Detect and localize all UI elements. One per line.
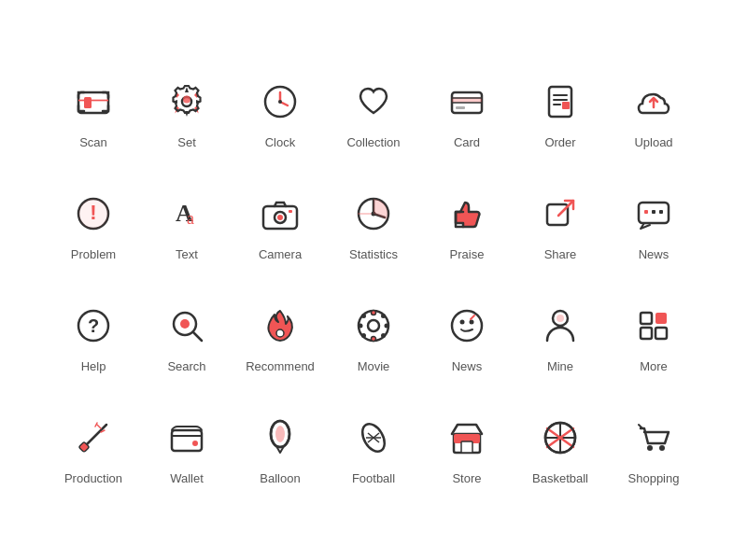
scan-label: Scan	[79, 135, 107, 149]
svg-point-54	[557, 315, 564, 322]
problem-label: Problem	[71, 247, 116, 261]
svg-rect-29	[547, 204, 568, 225]
set-label: Set	[177, 135, 196, 149]
svg-rect-57	[641, 328, 652, 339]
icon-share[interactable]: Share	[514, 168, 607, 280]
svg-point-41	[368, 320, 379, 331]
store-icon	[441, 412, 493, 464]
icon-store[interactable]: Store	[420, 392, 514, 504]
mine-label: Mine	[547, 359, 573, 373]
icon-news1[interactable]: News	[607, 168, 700, 280]
svg-point-82	[647, 445, 653, 451]
svg-point-51	[460, 319, 465, 324]
icon-set[interactable]: Set	[140, 56, 233, 168]
icon-problem[interactable]: ! Problem	[47, 168, 140, 280]
more-icon	[627, 300, 680, 352]
svg-point-65	[192, 441, 198, 446]
icon-clock[interactable]: Clock	[233, 56, 327, 168]
clock-icon	[254, 76, 306, 128]
help-icon: ?	[67, 300, 120, 352]
icon-order[interactable]: Order	[514, 56, 607, 168]
collection-icon	[347, 76, 400, 128]
icon-shopping[interactable]: Shopping	[607, 392, 700, 504]
camera-label: Camera	[259, 247, 302, 261]
svg-point-83	[659, 445, 665, 451]
icon-scan[interactable]: Scan	[47, 56, 140, 168]
icon-news2[interactable]: News	[420, 280, 514, 392]
icon-more[interactable]: More	[607, 280, 700, 392]
basketball-label: Basketball	[532, 471, 588, 485]
search-label: Search	[167, 359, 205, 373]
shopping-label: Shopping	[628, 471, 680, 485]
svg-rect-17	[562, 102, 570, 109]
svg-rect-26	[289, 210, 292, 213]
svg-point-37	[180, 319, 190, 329]
svg-rect-64	[172, 430, 202, 451]
icon-basketball[interactable]: Basketball	[514, 392, 607, 504]
svg-text:a: a	[187, 209, 194, 228]
svg-rect-0	[78, 92, 108, 113]
svg-line-84	[639, 425, 642, 428]
svg-point-39	[276, 329, 284, 337]
upload-icon	[627, 76, 680, 128]
camera-icon	[254, 188, 306, 240]
icon-help[interactable]: ? Help	[47, 280, 140, 392]
icon-mine[interactable]: Mine	[514, 280, 607, 392]
svg-point-7	[278, 100, 282, 104]
icon-movie[interactable]: Movie	[327, 280, 420, 392]
statistics-icon	[347, 188, 400, 240]
svg-point-52	[470, 319, 474, 324]
svg-rect-56	[655, 313, 667, 324]
icon-text[interactable]: A a Text	[140, 168, 233, 280]
svg-point-42	[372, 310, 376, 315]
statistics-label: Statistics	[349, 247, 398, 261]
help-label: Help	[81, 359, 106, 373]
icon-camera[interactable]: Camera	[233, 168, 327, 280]
shopping-icon	[627, 412, 680, 464]
mine-icon	[534, 300, 586, 352]
search-icon	[161, 300, 213, 352]
svg-line-38	[193, 332, 202, 341]
svg-point-50	[452, 311, 482, 341]
svg-point-47	[381, 333, 386, 338]
svg-rect-31	[644, 210, 648, 214]
praise-icon	[441, 188, 493, 240]
svg-line-59	[84, 425, 106, 447]
news1-icon	[627, 188, 680, 240]
svg-rect-32	[652, 210, 655, 214]
icon-recommend[interactable]: Recommend	[233, 280, 327, 392]
svg-rect-1	[84, 97, 92, 108]
collection-label: Collection	[346, 135, 400, 149]
icon-production[interactable]: Production	[47, 392, 140, 504]
icon-collection[interactable]: Collection	[327, 56, 420, 168]
svg-text:?: ?	[88, 315, 99, 336]
svg-rect-12	[456, 106, 465, 109]
news2-icon	[441, 300, 493, 352]
icon-search[interactable]: Search	[140, 280, 233, 392]
svg-point-48	[381, 314, 386, 318]
svg-point-44	[359, 323, 363, 328]
problem-icon: !	[67, 188, 120, 240]
recommend-label: Recommend	[246, 359, 315, 373]
icon-statistics[interactable]: Statistics	[327, 168, 420, 280]
icon-balloon[interactable]: Balloon	[233, 392, 327, 504]
icon-praise[interactable]: Praise	[420, 168, 514, 280]
clock-label: Clock	[265, 135, 296, 149]
icon-football[interactable]: Football	[327, 392, 420, 504]
icon-upload[interactable]: Upload	[607, 56, 700, 168]
football-label: Football	[352, 471, 395, 485]
card-label: Card	[454, 135, 480, 149]
card-icon	[441, 76, 493, 128]
more-label: More	[640, 359, 668, 373]
basketball-icon	[534, 412, 586, 464]
svg-rect-58	[655, 328, 667, 339]
production-icon	[67, 412, 120, 464]
wallet-label: Wallet	[170, 471, 204, 485]
icon-wallet[interactable]: Wallet	[140, 392, 233, 504]
icon-card[interactable]: Card	[420, 56, 514, 168]
svg-point-45	[385, 323, 389, 328]
production-label: Production	[64, 471, 122, 485]
svg-rect-33	[659, 210, 663, 214]
svg-point-67	[275, 426, 285, 442]
movie-icon	[347, 300, 400, 352]
